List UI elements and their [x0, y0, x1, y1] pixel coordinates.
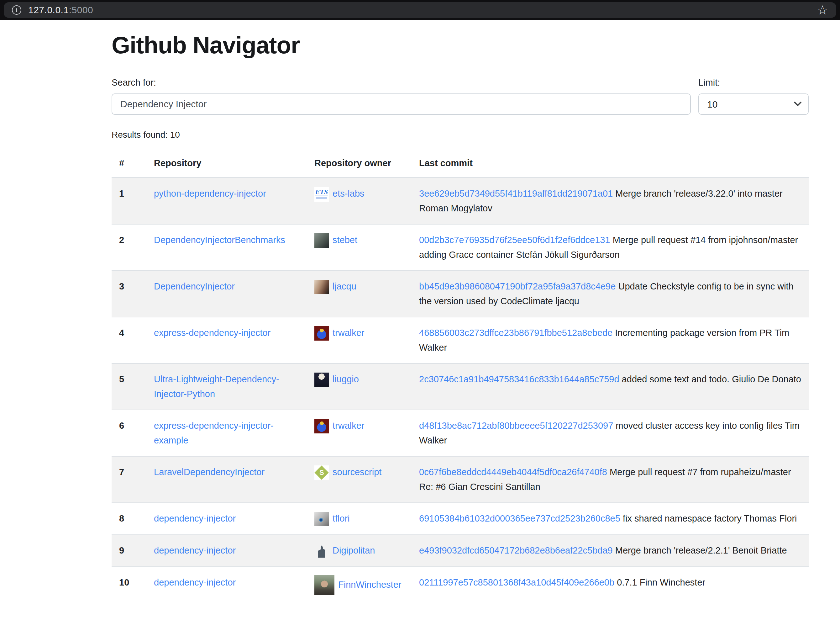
row-number: 6: [112, 410, 146, 456]
repo-link[interactable]: python-dependency-injector: [154, 188, 266, 199]
row-number: 3: [112, 270, 146, 317]
repo-link[interactable]: Ultra-Lightweight-Dependency-Injector-Py…: [154, 374, 279, 399]
table-row: 1 python-dependency-injector ETSets-labs…: [112, 178, 808, 224]
owner-avatar-ljacqu-photo: [314, 280, 329, 294]
owner-avatar-stebet-photo: [314, 233, 329, 248]
owner-avatar-building-logo: [314, 544, 329, 558]
owner-link[interactable]: trwalker: [333, 328, 365, 338]
search-form: Search for: Limit: 10: [112, 77, 808, 115]
header-repo: Repository: [146, 149, 307, 178]
repo-link[interactable]: dependency-injector: [154, 577, 236, 587]
commit-hash-link[interactable]: 69105384b61032d000365ee737cd2523b260c8e5: [419, 513, 620, 523]
header-num: #: [112, 149, 146, 178]
url-text: 127.0.0.1:5000: [28, 5, 93, 15]
row-number: 9: [112, 535, 146, 567]
ets-logo-text: ETS: [314, 187, 329, 197]
owner-link[interactable]: ljacqu: [333, 281, 356, 291]
limit-select[interactable]: 10: [698, 93, 808, 115]
page-title: Github Navigator: [112, 31, 808, 59]
commit-hash-link[interactable]: 3ee629eb5d7349d55f41b119aff81dd219071a01: [419, 188, 613, 199]
owner-avatar-ets-labs-logo: ETS: [314, 187, 329, 202]
table-row: 3 DependencyInjector ljacqu bb45d9e3b986…: [112, 270, 808, 317]
table-row: 10 dependency-injector FinnWinchester 02…: [112, 567, 808, 603]
commit-hash-link[interactable]: 468856003c273dffce23b86791fbbe512a8ebede: [419, 328, 613, 338]
url-port: :5000: [69, 5, 93, 15]
row-number: 8: [112, 503, 146, 535]
browser-toolbar: i 127.0.0.1:5000 ☆: [0, 0, 840, 20]
table-row: 9 dependency-injector Digipolitan e493f9…: [112, 535, 808, 567]
row-number: 4: [112, 317, 146, 364]
repo-link[interactable]: express-dependency-injector-example: [154, 421, 274, 445]
repo-link[interactable]: DependencyInjectorBenchmarks: [154, 235, 285, 245]
owner-link[interactable]: tflori: [333, 513, 350, 523]
table-row: 2 DependencyInjectorBenchmarks stebet 00…: [112, 224, 808, 270]
commit-hash-link[interactable]: 02111997e57c85801368f43a10d45f409e266e0b: [419, 577, 614, 587]
repo-link[interactable]: dependency-injector: [154, 513, 236, 523]
repo-link[interactable]: express-dependency-injector: [154, 328, 270, 338]
page-container: Github Navigator Search for: Limit: 10 R…: [112, 31, 808, 603]
owner-avatar-finnwinchester-photo: [314, 575, 335, 595]
table-header-row: # Repository Repository owner Last commi…: [112, 149, 808, 178]
owner-link[interactable]: stebet: [333, 235, 357, 245]
url-host: 127.0.0.1: [28, 5, 69, 15]
commit-message: Merge branch 'release/2.2.1' Benoit Bria…: [615, 546, 787, 555]
owner-avatar-sourcescript-logo: S: [314, 465, 329, 480]
repo-link[interactable]: dependency-injector: [154, 546, 236, 555]
header-owner: Repository owner: [307, 149, 412, 178]
table-row: 6 express-dependency-injector-example tr…: [112, 410, 808, 456]
commit-hash-link[interactable]: bb45d9e3b98608047190bf72a95fa9a37d8c4e9e: [419, 281, 616, 291]
commit-hash-link[interactable]: 2c30746c1a91b4947583416c833b1644a85c759d: [419, 374, 619, 384]
owner-link[interactable]: Digipolitan: [333, 546, 375, 555]
table-row: 4 express-dependency-injector trwalker 4…: [112, 317, 808, 364]
owner-avatar-liuggio-photo: [314, 373, 329, 387]
row-number: 5: [112, 364, 146, 410]
row-number: 1: [112, 178, 146, 224]
results-table: # Repository Repository owner Last commi…: [112, 149, 808, 603]
site-info-icon[interactable]: i: [12, 5, 21, 15]
search-label: Search for:: [112, 77, 691, 88]
commit-message: fix shared namespace factory Thomas Flor…: [623, 513, 797, 523]
owner-avatar-lego-astronaut: [314, 326, 329, 341]
row-number: 7: [112, 456, 146, 503]
owner-link[interactable]: liuggio: [333, 374, 359, 384]
commit-hash-link[interactable]: 00d2b3c7e76935d76f25ee50f6d1f2ef6ddce131: [419, 235, 610, 245]
row-number: 2: [112, 224, 146, 270]
owner-link[interactable]: FinnWinchester: [338, 580, 401, 590]
table-row: 7 LaravelDependencyInjector Ssourcescrip…: [112, 456, 808, 503]
table-row: 8 dependency-injector tflori 69105384b61…: [112, 503, 808, 535]
owner-link[interactable]: ets-labs: [333, 188, 365, 199]
row-number: 10: [112, 567, 146, 603]
limit-label: Limit:: [698, 77, 808, 88]
sourcescript-logo-letter: S: [319, 467, 324, 478]
owner-link[interactable]: sourcescript: [333, 467, 381, 477]
commit-message: added some text and todo. Giulio De Dona…: [622, 374, 801, 384]
search-input[interactable]: [112, 93, 691, 115]
address-bar[interactable]: i 127.0.0.1:5000 ☆: [4, 2, 836, 18]
commit-hash-link[interactable]: e493f9032dfcd65047172b682e8b6eaf22c5bda9: [419, 546, 613, 555]
bookmark-star-icon[interactable]: ☆: [817, 4, 828, 16]
results-count: Results found: 10: [112, 130, 808, 140]
owner-link[interactable]: trwalker: [333, 421, 365, 430]
repo-link[interactable]: DependencyInjector: [154, 281, 235, 291]
owner-avatar-lego-astronaut: [314, 419, 329, 433]
commit-message: 0.7.1 Finn Winchester: [617, 577, 705, 587]
commit-hash-link[interactable]: d48f13be8ac712abf80bbeeee5f120227d253097: [419, 421, 613, 430]
repo-link[interactable]: LaravelDependencyInjector: [154, 467, 265, 477]
owner-avatar-eye-photo: [314, 512, 329, 526]
table-row: 5 Ultra-Lightweight-Dependency-Injector-…: [112, 364, 808, 410]
header-commit: Last commit: [412, 149, 808, 178]
commit-hash-link[interactable]: 0c67f6be8eddcd4449eb4044f5df0ca26f4740f8: [419, 467, 607, 477]
